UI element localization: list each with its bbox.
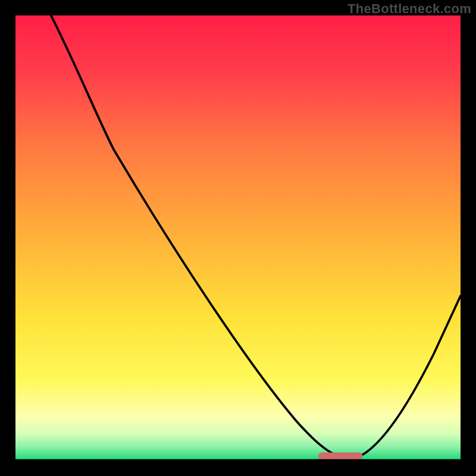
watermark-text: TheBottleneck.com [347, 1, 471, 17]
optimal-marker [318, 453, 363, 460]
plot-area [15, 15, 461, 461]
chart-frame: TheBottleneck.com [0, 0, 476, 476]
bottleneck-curve [51, 15, 461, 457]
chart-svg [15, 15, 461, 461]
